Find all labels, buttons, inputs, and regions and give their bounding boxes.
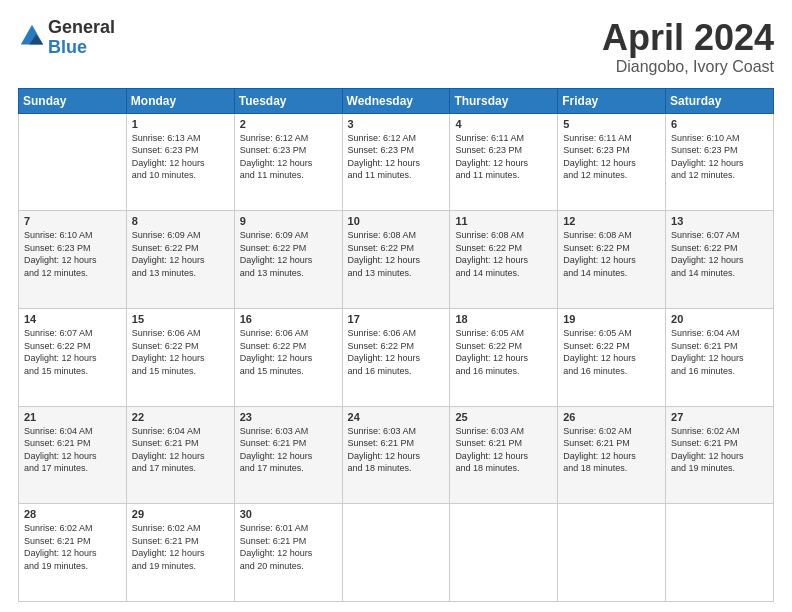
calendar-cell: 3Sunrise: 6:12 AM Sunset: 6:23 PM Daylig… [342, 113, 450, 211]
calendar-cell: 8Sunrise: 6:09 AM Sunset: 6:22 PM Daylig… [126, 211, 234, 309]
day-info: Sunrise: 6:10 AM Sunset: 6:23 PM Dayligh… [24, 229, 121, 279]
day-info: Sunrise: 6:12 AM Sunset: 6:23 PM Dayligh… [240, 132, 337, 182]
day-number: 10 [348, 215, 445, 227]
day-info: Sunrise: 6:05 AM Sunset: 6:22 PM Dayligh… [563, 327, 660, 377]
calendar-cell [19, 113, 127, 211]
calendar-cell: 27Sunrise: 6:02 AM Sunset: 6:21 PM Dayli… [666, 406, 774, 504]
day-info: Sunrise: 6:08 AM Sunset: 6:22 PM Dayligh… [455, 229, 552, 279]
calendar-header-saturday: Saturday [666, 88, 774, 113]
calendar-cell: 14Sunrise: 6:07 AM Sunset: 6:22 PM Dayli… [19, 308, 127, 406]
day-number: 19 [563, 313, 660, 325]
calendar-header-tuesday: Tuesday [234, 88, 342, 113]
day-number: 17 [348, 313, 445, 325]
title-block: April 2024 Diangobo, Ivory Coast [602, 18, 774, 76]
day-info: Sunrise: 6:09 AM Sunset: 6:22 PM Dayligh… [132, 229, 229, 279]
day-info: Sunrise: 6:06 AM Sunset: 6:22 PM Dayligh… [132, 327, 229, 377]
day-info: Sunrise: 6:02 AM Sunset: 6:21 PM Dayligh… [563, 425, 660, 475]
day-info: Sunrise: 6:06 AM Sunset: 6:22 PM Dayligh… [348, 327, 445, 377]
calendar-cell [342, 504, 450, 602]
day-info: Sunrise: 6:06 AM Sunset: 6:22 PM Dayligh… [240, 327, 337, 377]
calendar-cell: 24Sunrise: 6:03 AM Sunset: 6:21 PM Dayli… [342, 406, 450, 504]
logo: General Blue [18, 18, 115, 58]
calendar-cell: 13Sunrise: 6:07 AM Sunset: 6:22 PM Dayli… [666, 211, 774, 309]
calendar-cell: 10Sunrise: 6:08 AM Sunset: 6:22 PM Dayli… [342, 211, 450, 309]
calendar-cell: 11Sunrise: 6:08 AM Sunset: 6:22 PM Dayli… [450, 211, 558, 309]
day-number: 25 [455, 411, 552, 423]
day-info: Sunrise: 6:07 AM Sunset: 6:22 PM Dayligh… [671, 229, 768, 279]
day-info: Sunrise: 6:04 AM Sunset: 6:21 PM Dayligh… [671, 327, 768, 377]
calendar-cell: 2Sunrise: 6:12 AM Sunset: 6:23 PM Daylig… [234, 113, 342, 211]
calendar-week-row: 1Sunrise: 6:13 AM Sunset: 6:23 PM Daylig… [19, 113, 774, 211]
page: General Blue April 2024 Diangobo, Ivory … [0, 0, 792, 612]
day-number: 22 [132, 411, 229, 423]
day-number: 26 [563, 411, 660, 423]
calendar-header-row: SundayMondayTuesdayWednesdayThursdayFrid… [19, 88, 774, 113]
day-info: Sunrise: 6:11 AM Sunset: 6:23 PM Dayligh… [563, 132, 660, 182]
calendar-header-friday: Friday [558, 88, 666, 113]
calendar-cell [450, 504, 558, 602]
day-info: Sunrise: 6:07 AM Sunset: 6:22 PM Dayligh… [24, 327, 121, 377]
calendar-cell: 21Sunrise: 6:04 AM Sunset: 6:21 PM Dayli… [19, 406, 127, 504]
day-number: 29 [132, 508, 229, 520]
calendar-cell: 7Sunrise: 6:10 AM Sunset: 6:23 PM Daylig… [19, 211, 127, 309]
day-number: 28 [24, 508, 121, 520]
calendar-cell: 5Sunrise: 6:11 AM Sunset: 6:23 PM Daylig… [558, 113, 666, 211]
calendar-cell: 22Sunrise: 6:04 AM Sunset: 6:21 PM Dayli… [126, 406, 234, 504]
day-info: Sunrise: 6:08 AM Sunset: 6:22 PM Dayligh… [348, 229, 445, 279]
calendar-cell [666, 504, 774, 602]
day-number: 8 [132, 215, 229, 227]
calendar-cell: 16Sunrise: 6:06 AM Sunset: 6:22 PM Dayli… [234, 308, 342, 406]
calendar-cell: 28Sunrise: 6:02 AM Sunset: 6:21 PM Dayli… [19, 504, 127, 602]
day-number: 12 [563, 215, 660, 227]
day-number: 4 [455, 118, 552, 130]
header: General Blue April 2024 Diangobo, Ivory … [18, 18, 774, 76]
title-location: Diangobo, Ivory Coast [602, 58, 774, 76]
calendar-cell: 18Sunrise: 6:05 AM Sunset: 6:22 PM Dayli… [450, 308, 558, 406]
day-info: Sunrise: 6:10 AM Sunset: 6:23 PM Dayligh… [671, 132, 768, 182]
day-number: 20 [671, 313, 768, 325]
day-info: Sunrise: 6:03 AM Sunset: 6:21 PM Dayligh… [240, 425, 337, 475]
day-number: 23 [240, 411, 337, 423]
calendar-cell: 26Sunrise: 6:02 AM Sunset: 6:21 PM Dayli… [558, 406, 666, 504]
day-info: Sunrise: 6:04 AM Sunset: 6:21 PM Dayligh… [132, 425, 229, 475]
logo-text: General Blue [48, 18, 115, 58]
calendar-cell: 29Sunrise: 6:02 AM Sunset: 6:21 PM Dayli… [126, 504, 234, 602]
day-info: Sunrise: 6:02 AM Sunset: 6:21 PM Dayligh… [24, 522, 121, 572]
day-number: 27 [671, 411, 768, 423]
calendar-cell: 20Sunrise: 6:04 AM Sunset: 6:21 PM Dayli… [666, 308, 774, 406]
day-number: 6 [671, 118, 768, 130]
day-number: 30 [240, 508, 337, 520]
day-number: 7 [24, 215, 121, 227]
calendar-cell: 9Sunrise: 6:09 AM Sunset: 6:22 PM Daylig… [234, 211, 342, 309]
day-info: Sunrise: 6:02 AM Sunset: 6:21 PM Dayligh… [671, 425, 768, 475]
day-info: Sunrise: 6:02 AM Sunset: 6:21 PM Dayligh… [132, 522, 229, 572]
calendar-week-row: 7Sunrise: 6:10 AM Sunset: 6:23 PM Daylig… [19, 211, 774, 309]
calendar-header-thursday: Thursday [450, 88, 558, 113]
calendar-cell: 6Sunrise: 6:10 AM Sunset: 6:23 PM Daylig… [666, 113, 774, 211]
calendar-header-wednesday: Wednesday [342, 88, 450, 113]
calendar-header-sunday: Sunday [19, 88, 127, 113]
day-info: Sunrise: 6:12 AM Sunset: 6:23 PM Dayligh… [348, 132, 445, 182]
day-info: Sunrise: 6:04 AM Sunset: 6:21 PM Dayligh… [24, 425, 121, 475]
day-info: Sunrise: 6:11 AM Sunset: 6:23 PM Dayligh… [455, 132, 552, 182]
day-number: 1 [132, 118, 229, 130]
day-info: Sunrise: 6:09 AM Sunset: 6:22 PM Dayligh… [240, 229, 337, 279]
day-number: 2 [240, 118, 337, 130]
calendar-week-row: 28Sunrise: 6:02 AM Sunset: 6:21 PM Dayli… [19, 504, 774, 602]
day-info: Sunrise: 6:03 AM Sunset: 6:21 PM Dayligh… [455, 425, 552, 475]
day-number: 9 [240, 215, 337, 227]
day-number: 15 [132, 313, 229, 325]
day-info: Sunrise: 6:05 AM Sunset: 6:22 PM Dayligh… [455, 327, 552, 377]
calendar-cell: 12Sunrise: 6:08 AM Sunset: 6:22 PM Dayli… [558, 211, 666, 309]
calendar-cell: 19Sunrise: 6:05 AM Sunset: 6:22 PM Dayli… [558, 308, 666, 406]
logo-general: General [48, 18, 115, 38]
calendar-header-monday: Monday [126, 88, 234, 113]
day-info: Sunrise: 6:01 AM Sunset: 6:21 PM Dayligh… [240, 522, 337, 572]
day-number: 18 [455, 313, 552, 325]
calendar-week-row: 21Sunrise: 6:04 AM Sunset: 6:21 PM Dayli… [19, 406, 774, 504]
day-number: 11 [455, 215, 552, 227]
title-month: April 2024 [602, 18, 774, 58]
day-number: 21 [24, 411, 121, 423]
calendar-table: SundayMondayTuesdayWednesdayThursdayFrid… [18, 88, 774, 602]
calendar-cell: 1Sunrise: 6:13 AM Sunset: 6:23 PM Daylig… [126, 113, 234, 211]
